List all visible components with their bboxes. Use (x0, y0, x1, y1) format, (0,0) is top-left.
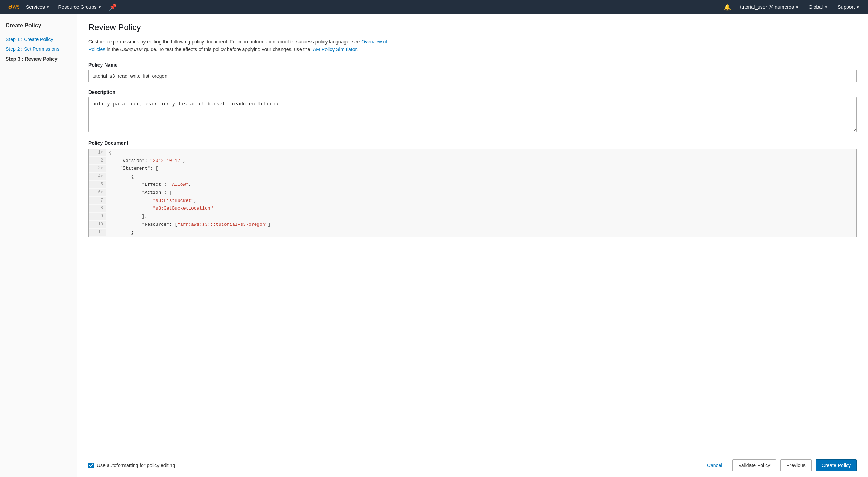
bell-icon[interactable]: 🔔 (720, 0, 734, 14)
policy-doc-label: Policy Document (88, 140, 857, 146)
region-label: Global (809, 4, 823, 10)
intro-italic: Using IAM (120, 47, 143, 52)
validate-button[interactable]: Validate Policy (732, 459, 776, 471)
code-line-3: 3▾ "Statement": [ (89, 165, 856, 173)
region-menu[interactable]: Global ▼ (805, 0, 832, 14)
services-label: Services (26, 4, 45, 10)
services-menu[interactable]: Services ▼ (22, 0, 54, 14)
autoformat-label: Use autoformatting for policy editing (97, 463, 175, 468)
user-menu[interactable]: tutorial_user @ numeros ▼ (736, 0, 803, 14)
code-line-6: 6▾ "Action": [ (89, 189, 856, 197)
pin-icon[interactable]: 📌 (106, 3, 120, 11)
region-chevron: ▼ (824, 5, 828, 9)
bottom-bar: Use autoformatting for policy editing Ca… (77, 454, 868, 477)
resource-groups-chevron: ▼ (98, 5, 101, 9)
sidebar: Create Policy Step 1 : Create Policy Ste… (0, 14, 77, 477)
description-label: Description (88, 89, 857, 95)
code-line-7: 7 "s3:ListBucket", (89, 197, 856, 205)
page-layout: Create Policy Step 1 : Create Policy Ste… (0, 14, 868, 477)
intro-text: Customize permissions by editing the fol… (88, 38, 404, 54)
code-line-8: 8 "s3:GetBucketLocation" (89, 205, 856, 213)
cancel-button[interactable]: Cancel (701, 459, 728, 471)
code-editor: 1▾ { 2 "Version": "2012-10-17", 3▾ "Stat… (88, 149, 857, 237)
code-line-2: 2 "Version": "2012-10-17", (89, 157, 856, 165)
services-chevron: ▼ (46, 5, 50, 9)
intro-text-1: Customize permissions by editing the fol… (88, 39, 361, 45)
aws-logo[interactable] (4, 0, 22, 14)
sidebar-item-step3: Step 3 : Review Policy (6, 54, 71, 64)
intro-text-4: . (356, 47, 358, 52)
intro-text-3: guide. To test the effects of this polic… (143, 47, 311, 52)
code-line-10: 10 "Resource": ["arn:aws:s3:::tutorial-s… (89, 221, 856, 229)
sidebar-item-step2[interactable]: Step 2 : Set Permissions (6, 44, 71, 54)
resource-groups-label: Resource Groups (58, 4, 97, 10)
autoformat-checkbox-label[interactable]: Use autoformatting for policy editing (88, 463, 175, 468)
code-line-1: 1▾ { (89, 149, 856, 157)
code-line-5: 5 "Effect": "Allow", (89, 181, 856, 189)
code-line-4: 4▾ { (89, 173, 856, 181)
page-title: Review Policy (88, 22, 857, 32)
policy-name-input[interactable] (88, 70, 857, 82)
previous-button[interactable]: Previous (780, 459, 811, 471)
create-policy-button[interactable]: Create Policy (816, 459, 857, 471)
code-line-11: 11 } (89, 229, 856, 237)
autoformat-checkbox[interactable] (88, 463, 94, 468)
support-menu[interactable]: Support ▼ (833, 0, 864, 14)
resource-groups-menu[interactable]: Resource Groups ▼ (54, 0, 106, 14)
code-lines: 1▾ { 2 "Version": "2012-10-17", 3▾ "Stat… (89, 149, 856, 237)
user-chevron: ▼ (795, 5, 799, 9)
intro-text-2: in the (105, 47, 120, 52)
code-line-9: 9 ], (89, 213, 856, 221)
description-textarea[interactable]: policy para leer, escribir y listar el b… (88, 97, 857, 132)
user-label: tutorial_user @ numeros (740, 4, 794, 10)
simulator-link[interactable]: IAM Policy Simulator (311, 47, 356, 52)
support-label: Support (837, 4, 855, 10)
top-nav: Services ▼ Resource Groups ▼ 📌 🔔 tutoria… (0, 0, 868, 14)
support-chevron: ▼ (856, 5, 860, 9)
sidebar-title: Create Policy (6, 22, 71, 29)
policy-name-label: Policy Name (88, 62, 857, 68)
main-content: Review Policy Customize permissions by e… (77, 14, 868, 454)
sidebar-item-step1[interactable]: Step 1 : Create Policy (6, 34, 71, 44)
